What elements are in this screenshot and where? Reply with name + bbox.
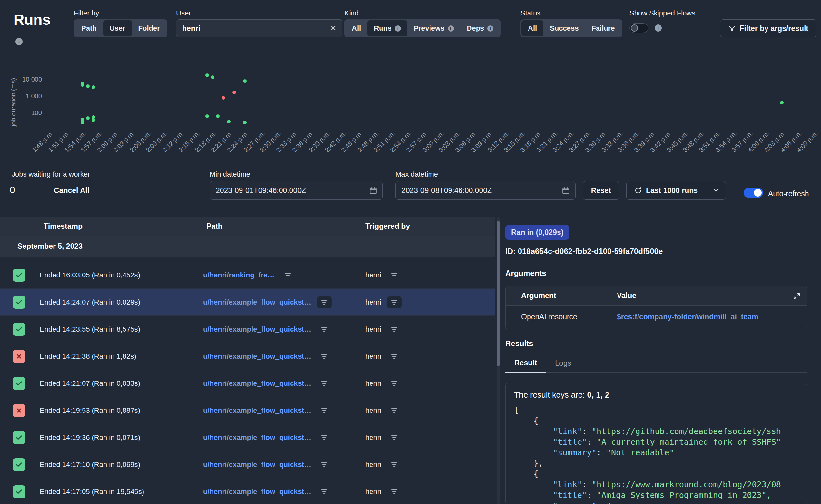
toggle-knob (631, 24, 638, 32)
filter-by-path-icon[interactable] (280, 269, 295, 281)
option-user[interactable]: User (103, 20, 132, 36)
filter-by-path-icon[interactable] (317, 324, 332, 335)
filter-by-user-icon[interactable] (387, 432, 402, 443)
option-failure[interactable]: Failure (585, 20, 621, 36)
filter-by-user-icon[interactable] (387, 296, 402, 308)
filter-by-user-icon[interactable] (387, 324, 402, 335)
show-skipped-toggle[interactable] (630, 23, 648, 33)
filter-by-path-icon[interactable] (317, 432, 332, 443)
result-keys: 0, 1, 2 (587, 390, 610, 399)
run-path-link[interactable]: u/henri/example_flow_quickst… (203, 406, 311, 415)
argument-value-link[interactable]: $res:f/company-folder/windmill_ai_team (617, 313, 758, 321)
tab-logs[interactable]: Logs (546, 354, 580, 372)
filter-by-user-icon[interactable] (387, 405, 402, 416)
run-path-link[interactable]: u/henri/example_flow_quickst… (203, 352, 311, 361)
table-row[interactable]: Ended 16:03:05 (Ran in 0,452s)u/henri/ra… (0, 262, 495, 289)
cancel-all-button[interactable]: Cancel All (54, 186, 89, 195)
run-path-link[interactable]: u/henri/example_flow_quickst… (203, 433, 311, 442)
table-row[interactable]: Ended 14:21:38 (Ran in 1,82s)u/henri/exa… (0, 343, 495, 370)
user-filter-input[interactable] (176, 24, 325, 33)
chart-point-success[interactable] (216, 114, 220, 118)
info-icon[interactable]: i (395, 25, 401, 32)
chart-point-success[interactable] (205, 114, 209, 118)
auto-refresh-toggle[interactable] (744, 188, 763, 198)
option-deps[interactable]: Depsi (461, 20, 500, 36)
chart-point-success[interactable] (86, 116, 90, 120)
table-scrollbar-thumb[interactable] (497, 221, 500, 366)
filter-by-path-icon[interactable] (317, 351, 332, 362)
chart-point-success[interactable] (227, 120, 230, 123)
chart-point-success[interactable] (211, 75, 214, 79)
calendar-icon[interactable] (363, 181, 382, 199)
runs-info-icon[interactable]: i (15, 38, 23, 45)
toggle-knob (754, 189, 762, 197)
option-all[interactable]: All (522, 20, 543, 36)
table-row[interactable]: Ended 14:23:55 (Ran in 8,575s)u/henri/ex… (0, 316, 495, 343)
filter-by-path-icon[interactable] (317, 486, 332, 498)
max-datetime-input[interactable] (396, 186, 556, 195)
min-datetime-input[interactable] (210, 186, 363, 195)
expand-icon[interactable] (793, 292, 801, 302)
option-path[interactable]: Path (75, 20, 103, 36)
run-path-link[interactable]: u/henri/example_flow_quickst… (203, 298, 311, 306)
run-triggered-cell: henri (365, 397, 402, 424)
run-path-link[interactable]: u/henri/example_flow_quickst… (203, 325, 311, 334)
chart-point-success[interactable] (243, 79, 247, 83)
filter-by-path-icon[interactable] (317, 378, 332, 389)
chart-point-failure[interactable] (232, 91, 236, 94)
filter-by-user-icon[interactable] (387, 378, 402, 389)
option-folder[interactable]: Folder (132, 20, 166, 36)
chart-point-success[interactable] (92, 85, 95, 89)
result-keys-line: The result keys are: 0, 1, 2 (514, 390, 798, 400)
filter-by-user-icon[interactable] (387, 486, 402, 498)
run-path-link[interactable]: u/henri/example_flow_quickst… (203, 460, 311, 469)
filter-by-user-icon[interactable] (387, 351, 402, 362)
result-viewer[interactable]: The result keys are: 0, 1, 2 [ { "link":… (505, 383, 807, 504)
run-triggered-cell: henri (365, 316, 402, 343)
tab-result[interactable]: Result (505, 354, 546, 373)
option-success[interactable]: Success (543, 20, 585, 36)
chart-point-success[interactable] (205, 73, 209, 77)
filter-by-segmented: PathUserFolder (74, 19, 167, 37)
run-timestamp: Ended 14:21:07 (Ran in 0,033s) (40, 370, 140, 397)
filter-by-path-icon[interactable] (317, 459, 332, 470)
filter-by-user-icon[interactable] (387, 269, 402, 281)
filter-args-button[interactable]: Filter by args/result (720, 19, 816, 37)
y-axis-label: job duration (ms) (10, 78, 17, 126)
chart-point-success[interactable] (780, 101, 784, 104)
triggered-by-user: henri (365, 298, 381, 306)
filter-by-path-icon[interactable] (317, 296, 332, 308)
failure-x-icon (13, 350, 25, 363)
run-path-link[interactable]: u/henri/ranking_fre… (203, 271, 274, 279)
reset-button[interactable]: Reset (583, 181, 620, 200)
info-icon[interactable]: i (487, 25, 494, 32)
last-runs-dropdown[interactable] (706, 181, 726, 200)
info-icon[interactable]: i (448, 25, 454, 32)
last-runs-button[interactable]: Last 1000 runs (626, 181, 706, 200)
chart-point-success[interactable] (86, 84, 90, 88)
option-previews[interactable]: Previewsi (407, 20, 460, 36)
code-line: "title": "A currently maintained fork of… (514, 437, 798, 447)
filter-by-user-icon[interactable] (387, 459, 402, 470)
chart-point-success[interactable] (81, 121, 84, 124)
chart-point-failure[interactable] (221, 96, 225, 100)
option-runs[interactable]: Runsi (367, 20, 407, 36)
filter-by-path-icon[interactable] (317, 405, 332, 416)
table-row[interactable]: Ended 14:19:36 (Ran in 0,071s)u/henri/ex… (0, 424, 495, 451)
chart-point-success[interactable] (92, 119, 95, 122)
table-row[interactable]: Ended 14:21:07 (Ran in 0,033s)u/henri/ex… (0, 370, 495, 397)
triggered-by-user: henri (365, 433, 381, 442)
table-row[interactable]: Ended 14:17:05 (Ran in 19,545s)u/henri/e… (0, 478, 495, 504)
run-path-cell: u/henri/example_flow_quickst… (203, 397, 332, 424)
option-all[interactable]: All (345, 20, 367, 36)
run-path-link[interactable]: u/henri/example_flow_quickst… (203, 379, 311, 388)
skipped-info-icon[interactable]: i (655, 24, 662, 32)
table-row[interactable]: Ended 14:17:10 (Ran in 0,069s)u/henri/ex… (0, 451, 495, 478)
failure-x-icon (13, 404, 25, 417)
clear-user-icon[interactable]: ✕ (325, 24, 342, 33)
table-row[interactable]: Ended 14:19:53 (Ran in 0,887s)u/henri/ex… (0, 397, 495, 424)
chart-point-success[interactable] (243, 121, 247, 124)
table-row[interactable]: Ended 14:24:07 (Ran in 0,029s)u/henri/ex… (0, 289, 495, 316)
run-path-link[interactable]: u/henri/example_flow_quickst… (203, 488, 311, 496)
calendar-icon[interactable] (556, 181, 575, 199)
